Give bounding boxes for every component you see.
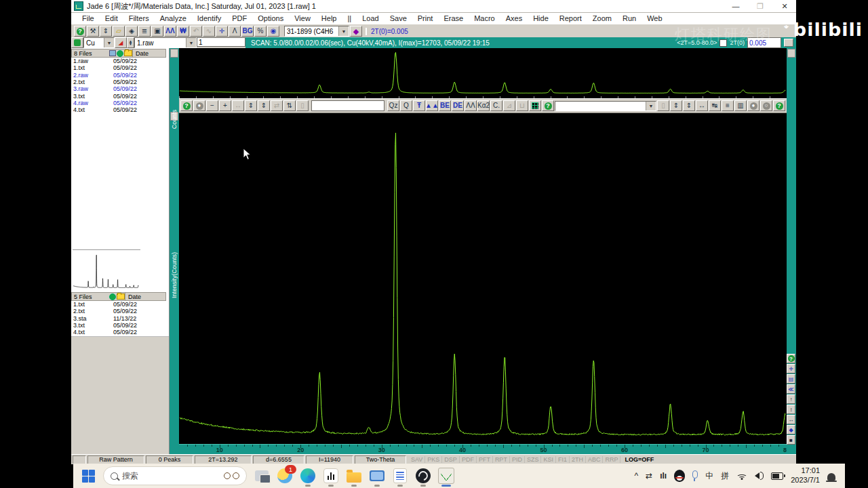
log-toggle[interactable]: LOG=OFF bbox=[620, 456, 658, 463]
menu-macro[interactable]: Macro bbox=[469, 14, 500, 22]
grid-button[interactable] bbox=[529, 100, 541, 111]
weather-widget[interactable]: 1 bbox=[277, 468, 293, 484]
file-list-header[interactable]: 5 Files Date bbox=[71, 292, 166, 301]
splitter-grip[interactable] bbox=[787, 49, 795, 58]
menu-edit[interactable]: Edit bbox=[100, 14, 123, 22]
menu-run[interactable]: Run bbox=[617, 14, 642, 22]
file-row[interactable]: 4.raw05/09/22 bbox=[71, 100, 166, 106]
peak-cursor-button[interactable]: Ŧ bbox=[413, 100, 425, 111]
scan-number-input[interactable] bbox=[197, 37, 245, 47]
file-row[interactable]: 4.txt05/09/22 bbox=[71, 106, 166, 113]
save-button[interactable]: ▣ bbox=[151, 26, 163, 37]
wide1-button[interactable]: ↔ bbox=[696, 100, 708, 111]
taskbar-clock[interactable]: 17:01 2023/7/1 bbox=[791, 466, 820, 485]
meter-app-button[interactable] bbox=[323, 468, 339, 484]
menu-pdf[interactable]: PDF bbox=[226, 14, 252, 22]
pdf-card-dropdown[interactable]: 31-1899 (C4H6 ▼ bbox=[284, 26, 349, 37]
main-chart[interactable] bbox=[179, 113, 787, 444]
status-flag-rpt[interactable]: RPT bbox=[493, 456, 510, 463]
scale-y-button[interactable]: ↕ bbox=[787, 405, 795, 414]
restore-button[interactable]: ❐ bbox=[755, 1, 765, 12]
full-button[interactable]: ■ bbox=[787, 435, 795, 445]
qq-icon[interactable] bbox=[674, 470, 685, 482]
status-flag-sav[interactable]: SAV bbox=[409, 456, 425, 463]
minimize-button[interactable]: — bbox=[731, 1, 741, 12]
circle1-button[interactable]: ● bbox=[747, 100, 760, 111]
axes-b-button[interactable]: ⊔ bbox=[516, 100, 528, 111]
tile-button[interactable]: ≡ bbox=[722, 100, 734, 111]
file-row[interactable]: 4.txt05/09/22 bbox=[71, 329, 166, 336]
menu-analyze[interactable]: Analyze bbox=[155, 14, 192, 22]
open-file-button[interactable]: ▱ bbox=[113, 26, 125, 37]
collapse-button[interactable]: ≪ bbox=[787, 384, 795, 394]
status-flag-pks[interactable]: PKS bbox=[425, 456, 442, 463]
status-flag-pft[interactable]: PFT bbox=[477, 456, 493, 463]
pan-left-right-button[interactable]: ↔ bbox=[232, 100, 244, 111]
file-row[interactable]: 2.txt05/09/22 bbox=[71, 79, 166, 85]
help-button[interactable]: ? bbox=[787, 354, 795, 363]
circle2-button[interactable]: ○ bbox=[760, 100, 772, 111]
file-row[interactable]: 3.sta11/13/22 bbox=[71, 315, 166, 322]
pattern-color-button[interactable] bbox=[71, 37, 83, 48]
axes-a-button[interactable]: ⊿ bbox=[503, 100, 515, 111]
folder-icon[interactable] bbox=[117, 293, 125, 300]
instrument-settings-button[interactable]: ⚒ bbox=[87, 26, 99, 37]
status-flag-fi1[interactable]: FI1 bbox=[556, 456, 570, 463]
notification-bell-icon[interactable] bbox=[827, 473, 835, 481]
background-button[interactable]: BG bbox=[241, 26, 254, 37]
pdf-diamond-button[interactable]: ◆ bbox=[350, 26, 362, 37]
menu-help[interactable]: Help bbox=[316, 14, 342, 22]
menu-print[interactable]: Print bbox=[412, 14, 439, 22]
menu-zoom[interactable]: Zoom bbox=[587, 14, 617, 22]
phase-dropdown[interactable]: ▼ bbox=[555, 101, 656, 111]
anode-dropdown[interactable]: Cu ▼ bbox=[83, 37, 115, 48]
refresh-icon[interactable] bbox=[117, 50, 123, 57]
file-row[interactable]: 2.raw05/09/22 bbox=[71, 72, 166, 79]
task-view-button[interactable] bbox=[254, 468, 270, 484]
taskbar-search[interactable]: 搜索 bbox=[103, 466, 247, 485]
file-dropdown[interactable]: 1.raw ▼ bbox=[134, 37, 197, 48]
wifi-icon[interactable] bbox=[736, 472, 747, 480]
shrink-y-button[interactable]: ⇕ bbox=[258, 100, 270, 111]
be-filter-button[interactable]: BE bbox=[439, 100, 451, 111]
close-button[interactable]: ✕ bbox=[780, 1, 789, 12]
calibrate-button[interactable]: C. bbox=[490, 100, 502, 111]
menu-identify[interactable]: Identify bbox=[192, 14, 226, 22]
file-row[interactable]: 1.raw05/09/22 bbox=[71, 58, 166, 64]
help3-button[interactable]: ? bbox=[773, 100, 785, 111]
menu-load[interactable]: Load bbox=[357, 14, 384, 22]
pattern-thumbnail[interactable] bbox=[73, 249, 140, 293]
folder-icon[interactable] bbox=[124, 50, 132, 56]
overview-chart[interactable] bbox=[179, 48, 787, 98]
undo-button[interactable]: ↶ bbox=[190, 26, 202, 37]
status-flag-2th[interactable]: 2TH bbox=[570, 456, 586, 463]
start-button[interactable] bbox=[80, 468, 96, 484]
page-button[interactable]: ▯ bbox=[657, 100, 669, 111]
menu-[interactable]: || bbox=[342, 14, 357, 22]
status-flag-rrp[interactable]: RRP bbox=[603, 456, 620, 463]
file-row[interactable]: 3.raw05/09/22 bbox=[71, 85, 166, 92]
ime-language-button[interactable]: 中 bbox=[705, 470, 713, 482]
menu-web[interactable]: Web bbox=[642, 14, 667, 22]
meter-tray-icon[interactable]: ılı bbox=[660, 471, 667, 481]
sort-button[interactable]: ⇕ bbox=[100, 26, 112, 37]
file-row[interactable]: 2.txt05/09/22 bbox=[71, 308, 166, 314]
web-search-button[interactable]: ◉ bbox=[267, 26, 279, 37]
magnifier-button[interactable]: Q bbox=[400, 100, 412, 111]
battery-icon[interactable] bbox=[771, 472, 783, 480]
status-flag-dsp[interactable]: DSP bbox=[442, 456, 460, 463]
toggles-icon[interactable]: ⇄ bbox=[646, 471, 652, 481]
menu-report[interactable]: Report bbox=[554, 14, 587, 22]
menu-save[interactable]: Save bbox=[384, 14, 412, 22]
status-flag-szs[interactable]: SZS bbox=[525, 456, 542, 463]
wide2-button[interactable]: ↹ bbox=[709, 100, 721, 111]
date-column-header[interactable]: Date bbox=[125, 293, 165, 300]
refresh-icon[interactable] bbox=[109, 293, 116, 300]
file-list-header[interactable]: 8 Files Date bbox=[71, 49, 166, 58]
zoom-in-button[interactable]: + bbox=[219, 100, 231, 111]
file-row[interactable]: 3.txt05/09/22 bbox=[71, 322, 166, 329]
overlap-peaks-button[interactable]: ΛΛ bbox=[465, 100, 477, 111]
file-row[interactable]: 1.txt05/09/22 bbox=[71, 301, 166, 308]
chart-search-input[interactable] bbox=[311, 100, 384, 111]
swap-button[interactable]: ⇄ bbox=[271, 100, 283, 111]
